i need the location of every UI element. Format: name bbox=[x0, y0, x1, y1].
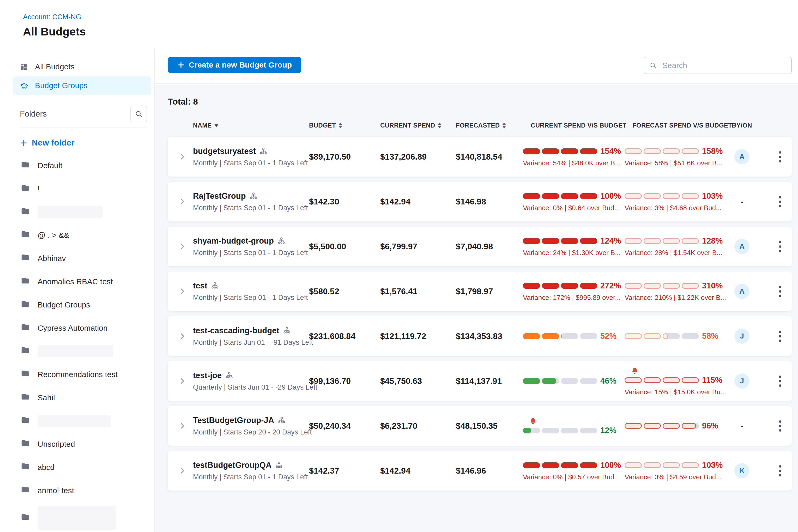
row-expander[interactable] bbox=[178, 153, 193, 160]
column-header-forecasted[interactable]: FORECASTED bbox=[456, 122, 523, 129]
row-expander[interactable] bbox=[178, 198, 193, 206]
progress-bar-fill bbox=[663, 333, 668, 339]
folder-item-cypress-automation[interactable]: Cypress Automation bbox=[12, 316, 154, 340]
folder-icon bbox=[20, 252, 30, 264]
percent-label: 46% bbox=[600, 376, 616, 386]
sort-asc-icon bbox=[502, 122, 506, 125]
row-menu-cell bbox=[758, 418, 792, 434]
budget-group-name[interactable]: RajTestGroup bbox=[193, 191, 246, 201]
by-on-cell: K bbox=[726, 463, 758, 478]
sort-asc-icon bbox=[339, 122, 342, 125]
row-expander[interactable] bbox=[178, 243, 193, 250]
current-spend-vs-budget-cell: 52% bbox=[523, 316, 625, 356]
percent-label: 12% bbox=[600, 426, 616, 435]
folder-name: Abhinav bbox=[38, 254, 66, 263]
budget-group-name[interactable]: test-joe bbox=[193, 371, 222, 380]
budget-group-name[interactable]: test-cascading-budget bbox=[193, 326, 279, 335]
progress-bar-segment bbox=[542, 148, 559, 154]
by-on-empty: - bbox=[741, 421, 743, 430]
row-options-menu-icon[interactable] bbox=[776, 328, 784, 344]
row-expander[interactable] bbox=[178, 467, 193, 475]
folder-item-[interactable]: ! bbox=[12, 177, 154, 200]
budget-group-name[interactable]: test bbox=[193, 281, 207, 290]
new-folder-button[interactable]: New folder bbox=[12, 128, 154, 154]
folder-item-[interactable]: @ . > && bbox=[12, 224, 154, 247]
by-on-empty: - bbox=[741, 197, 743, 206]
row-options-menu-icon[interactable] bbox=[776, 373, 784, 390]
row-options-menu-icon[interactable] bbox=[776, 463, 784, 479]
budget-value: $99,136.70 bbox=[309, 376, 380, 386]
create-budget-group-button[interactable]: Create a new Budget Group bbox=[168, 57, 301, 73]
folder-item-anomalies-rbac-test[interactable]: Anomalies RBAC test bbox=[12, 270, 154, 293]
column-header-by-on: BY/ON bbox=[726, 122, 758, 129]
search-box bbox=[644, 57, 792, 74]
account-breadcrumb-link[interactable]: Account: CCM-NG bbox=[23, 13, 798, 21]
sort-icon bbox=[339, 122, 342, 128]
row-expander[interactable] bbox=[178, 377, 193, 385]
progress-bar-segment bbox=[580, 462, 597, 468]
row-menu-cell bbox=[758, 193, 792, 210]
progress-bar bbox=[625, 238, 699, 244]
current-spend-value: $6,799.97 bbox=[380, 242, 456, 251]
folder-item-default[interactable]: Default bbox=[12, 154, 154, 177]
folder-item-recommendations-test[interactable]: Recommendations test bbox=[12, 363, 154, 386]
progress-bar-fill bbox=[682, 423, 696, 429]
progress-bar-segment bbox=[644, 193, 661, 199]
by-on-cell: J bbox=[726, 328, 758, 344]
sidebar-item-budget-groups[interactable]: Budget Groups bbox=[13, 76, 151, 95]
folder-item-redacted[interactable] bbox=[12, 502, 154, 532]
folder-item-abcd[interactable]: abcd bbox=[12, 456, 154, 479]
budget-value: $580.52 bbox=[309, 287, 380, 296]
progress-bar bbox=[523, 193, 597, 199]
folder-item-redacted[interactable] bbox=[12, 340, 154, 363]
search-input[interactable] bbox=[662, 61, 786, 70]
variance-text: Variance: 28% | $1.54K over B... bbox=[625, 249, 722, 257]
folder-item-unscripted[interactable]: Unscripted bbox=[12, 432, 154, 456]
chevron-right-icon bbox=[178, 153, 186, 160]
row-expander[interactable] bbox=[178, 287, 193, 295]
folder-item-redacted[interactable] bbox=[12, 200, 154, 224]
budget-period: Monthly | Starts Sep 01 - 1 Days Left bbox=[193, 293, 309, 302]
variance-text: Variance: 172% | $995.89 over... bbox=[523, 293, 621, 302]
variance-text: Variance: 210% | $1.22K over B... bbox=[625, 293, 726, 302]
by-on-cell: A bbox=[726, 239, 758, 254]
folder-item-sahil[interactable]: Sahil bbox=[12, 386, 154, 409]
progress-bar-segment bbox=[682, 377, 699, 383]
budget-group-name[interactable]: budgetsuryatest bbox=[193, 147, 256, 156]
row-options-menu-icon[interactable] bbox=[776, 149, 784, 165]
folder-item-redacted[interactable] bbox=[12, 409, 154, 432]
row-options-menu-icon[interactable] bbox=[776, 193, 784, 210]
progress-bar bbox=[625, 423, 699, 429]
column-header-budget[interactable]: BUDGET bbox=[309, 122, 380, 129]
row-options-menu-icon[interactable] bbox=[776, 418, 784, 434]
budget-group-name[interactable]: TestBudgetGroup-JA bbox=[193, 416, 274, 425]
forecast-spend-bar: 310% bbox=[625, 281, 723, 290]
current-spend-vs-budget-cell: 154%Variance: 54% | $48.0K over B... bbox=[523, 137, 625, 176]
column-header-label: CURRENT SPEND V/S BUDGET bbox=[531, 122, 626, 129]
row-options-menu-icon[interactable] bbox=[776, 283, 784, 300]
folder-item-abhinav[interactable]: Abhinav bbox=[12, 247, 154, 270]
row-expander[interactable] bbox=[178, 422, 193, 430]
row-expander[interactable] bbox=[178, 332, 193, 340]
progress-bar bbox=[523, 378, 597, 384]
folder-item-budget-groups[interactable]: Budget Groups bbox=[12, 293, 154, 316]
budget-group-name[interactable]: shyam-budget-group bbox=[193, 236, 274, 246]
column-header-current-spend[interactable]: CURRENT SPEND bbox=[380, 122, 456, 129]
row-options-menu-icon[interactable] bbox=[776, 239, 784, 255]
progress-bar-segment bbox=[663, 333, 680, 339]
folder-name: Default bbox=[38, 161, 62, 170]
progress-bar-segment bbox=[663, 462, 680, 468]
percent-label: 154% bbox=[600, 147, 621, 156]
column-header-name[interactable]: NAME bbox=[193, 122, 309, 129]
folder-name: Unscripted bbox=[38, 440, 75, 449]
budget-group-name[interactable]: testBudgetGroupQA bbox=[193, 460, 271, 470]
folder-search-button[interactable] bbox=[130, 106, 147, 122]
progress-bar-segment bbox=[625, 238, 642, 244]
sidebar-item-all-budgets[interactable]: All Budgets bbox=[13, 58, 151, 76]
forecasted-value: $1,798.97 bbox=[456, 287, 523, 296]
row-menu-cell bbox=[758, 328, 792, 344]
chevron-right-icon bbox=[178, 332, 186, 340]
current-spend-vs-budget-cell: 100%Variance: 0% | $0.57 over Bud... bbox=[523, 451, 625, 491]
folder-item-anmol-test[interactable]: anmol-test bbox=[12, 479, 154, 502]
folder-name: Recommendations test bbox=[38, 370, 118, 379]
